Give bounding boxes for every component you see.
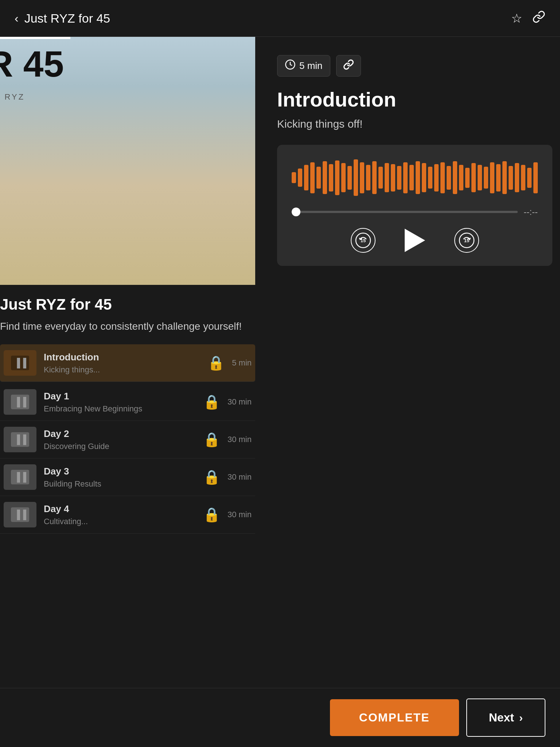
lesson-item[interactable]: ▐▐ Day 2 Discovering Guide 🔒 30 min (0, 421, 255, 458)
waveform-bar (509, 166, 513, 190)
waveform-bar (471, 163, 476, 192)
waveform-bar (304, 165, 308, 190)
lesson-name: Day 3 (44, 466, 196, 477)
waveform-bar (428, 167, 432, 189)
lesson-subdesc: Embracing New Beginnings (44, 404, 196, 414)
bottom-bar: COMPLETE Next › (0, 688, 560, 747)
lesson-duration: 30 min (228, 472, 252, 482)
duration-label: 5 min (299, 60, 323, 71)
waveform-bar (527, 168, 532, 188)
waveform-bar (316, 167, 321, 189)
main-content: RYZ FOR 45 JUST RYZ Just RYZ for 45 Find… (0, 37, 560, 534)
back-arrow-icon: ‹ (15, 12, 19, 25)
right-column: 5 min Introduction Kicking things off! (255, 37, 560, 534)
lesson-name: Day 4 (44, 503, 196, 515)
lesson-thumbnail: ▐▐ (4, 389, 36, 415)
audio-thumb-icon: ▐▐ (14, 397, 26, 407)
link-icon[interactable] (532, 10, 545, 26)
waveform-bar (521, 165, 525, 190)
lesson-name: Day 2 (44, 428, 196, 440)
waveform-bar (372, 161, 377, 194)
lesson-thumbnail: ▐▐ (4, 350, 36, 376)
bookmark-icon[interactable]: ☆ (511, 11, 522, 26)
waveform-bar (397, 166, 401, 190)
progress-bar[interactable] (292, 211, 518, 213)
lesson-duration: 30 min (228, 397, 252, 407)
waveform-bar (422, 163, 426, 192)
audio-thumb-icon: ▐▐ (14, 358, 26, 368)
waveform-bar (354, 159, 358, 196)
duration-badge: 5 min (277, 55, 330, 77)
course-description: Find time everyday to consistently chall… (0, 319, 248, 333)
waveform-bar (533, 162, 538, 193)
course-credit-text: JUST RYZ (0, 92, 25, 102)
waveform-bar (341, 163, 346, 192)
waveform-bar (366, 165, 370, 190)
audio-thumb-icon: ▐▐ (14, 434, 26, 445)
lesson-item[interactable]: ▐▐ Introduction Kicking things... 🔒 5 mi… (0, 344, 255, 382)
player-controls: 15 15 (292, 228, 538, 253)
progress-container: --:-- (292, 207, 538, 217)
lesson-thumbnail: ▐▐ (4, 464, 36, 490)
lesson-subdesc: Kicking things... (44, 365, 200, 375)
complete-button[interactable]: COMPLETE (330, 699, 459, 736)
audio-thumb-icon: ▐▐ (14, 472, 26, 482)
audio-player: --:-- 15 (277, 145, 552, 266)
lesson-name: Introduction (44, 352, 200, 363)
lock-icon: 🔒 (203, 394, 220, 410)
course-image-overlay: RYZ FOR 45 JUST RYZ (0, 37, 128, 161)
waveform-bar (459, 165, 463, 190)
progress-time: --:-- (524, 207, 538, 217)
waveform-bar (323, 161, 327, 194)
link-badge-button[interactable] (336, 55, 361, 77)
lesson-details: Day 3 Building Results (36, 466, 203, 489)
lesson-list: ▐▐ Introduction Kicking things... 🔒 5 mi… (0, 344, 255, 534)
waveform-bar (335, 160, 339, 195)
lesson-item[interactable]: ▐▐ Day 1 Embracing New Beginnings 🔒 30 m… (0, 383, 255, 421)
waveform-bar (440, 162, 445, 193)
lesson-duration: 5 min (232, 358, 252, 368)
course-title: Just RYZ for 45 (0, 296, 248, 313)
waveform-bar (478, 165, 482, 190)
left-column: RYZ FOR 45 JUST RYZ Just RYZ for 45 Find… (0, 37, 255, 534)
next-button[interactable]: Next › (466, 698, 545, 737)
lock-icon: 🔒 (203, 431, 220, 448)
waveform-bar (298, 169, 302, 187)
clock-icon (285, 59, 296, 73)
lesson-details: Day 2 Discovering Guide (36, 428, 203, 451)
lesson-item[interactable]: ▐▐ Day 3 Building Results 🔒 30 min (0, 458, 255, 496)
lesson-details: Day 4 Cultivating... (36, 503, 203, 526)
play-button[interactable] (405, 229, 425, 252)
lesson-subdesc: Discovering Guide (44, 442, 196, 451)
lesson-item[interactable]: ▐▐ Day 4 Cultivating... 🔒 30 min (0, 496, 255, 534)
badges-row: 5 min (277, 55, 552, 77)
next-arrow-icon: › (519, 712, 523, 724)
header-actions: ☆ (511, 10, 545, 26)
rewind-button[interactable]: 15 (351, 228, 376, 253)
waveform-bar (453, 161, 457, 194)
header-title: Just RYZ for 45 (24, 11, 110, 26)
audio-thumb-icon: ▐▐ (14, 510, 26, 520)
waveform-bar (347, 166, 352, 190)
back-button[interactable]: ‹ Just RYZ for 45 (15, 11, 110, 26)
lesson-thumbnail: ▐▐ (4, 502, 36, 527)
lesson-subdesc: Building Results (44, 479, 196, 489)
waveform-bar (360, 162, 364, 193)
progress-dot (292, 208, 300, 216)
forward-button[interactable]: 15 (454, 228, 479, 253)
lesson-duration: 30 min (228, 435, 252, 444)
waveform-bar (409, 165, 414, 190)
waveform-bar (310, 162, 315, 193)
waveform-bar (434, 164, 439, 191)
audio-waveform[interactable] (292, 159, 538, 196)
waveform-bar (329, 164, 333, 191)
waveform-bar (515, 163, 519, 192)
lesson-subdesc: Cultivating... (44, 517, 196, 526)
lesson-name: Day 1 (44, 391, 196, 402)
waveform-bar (416, 161, 420, 194)
lock-icon: 🔒 (203, 469, 220, 485)
play-triangle-icon (405, 229, 425, 252)
waveform-bar (378, 167, 383, 189)
lesson-title: Introduction (277, 88, 552, 111)
waveform-bar (385, 163, 389, 192)
